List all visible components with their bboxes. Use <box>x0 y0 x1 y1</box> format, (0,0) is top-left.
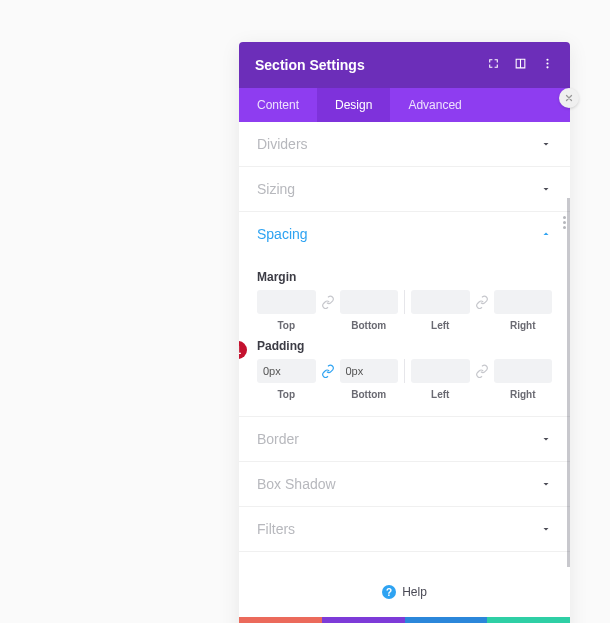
margin-right-input[interactable] <box>494 290 553 314</box>
margin-right-label: Right <box>510 320 536 331</box>
section-boxshadow-label: Box Shadow <box>257 476 336 492</box>
svg-point-0 <box>546 59 548 61</box>
padding-top-label: Top <box>277 389 295 400</box>
chevron-down-icon <box>540 183 552 195</box>
cancel-button[interactable] <box>239 617 322 623</box>
margin-top-label: Top <box>277 320 295 331</box>
help-label: Help <box>402 585 427 599</box>
section-transform-label: Transform <box>257 566 320 567</box>
section-border-label: Border <box>257 431 299 447</box>
margin-left-input[interactable] <box>411 290 470 314</box>
section-options-icon[interactable] <box>563 216 566 229</box>
padding-left-label: Left <box>431 389 449 400</box>
tab-advanced[interactable]: Advanced <box>390 88 479 122</box>
link-tb-margin-icon[interactable] <box>316 290 340 314</box>
svg-point-2 <box>546 66 548 68</box>
tab-content[interactable]: Content <box>239 88 317 122</box>
link-lr-margin-icon[interactable] <box>470 290 494 314</box>
padding-heading: Padding <box>257 339 552 353</box>
panel-layout-icon[interactable] <box>514 56 527 74</box>
tab-design[interactable]: Design <box>317 88 390 122</box>
section-spacing-label: Spacing <box>257 226 308 242</box>
spacing-controls: 1 Margin Top Bottom Left <box>239 256 570 417</box>
divider <box>404 359 405 383</box>
section-spacing[interactable]: Spacing <box>239 212 570 256</box>
section-dividers-label: Dividers <box>257 136 308 152</box>
save-button[interactable] <box>487 617 570 623</box>
section-boxshadow[interactable]: Box Shadow <box>239 462 570 507</box>
padding-top-input[interactable] <box>257 359 316 383</box>
redo-button[interactable] <box>405 617 488 623</box>
chevron-down-icon <box>540 138 552 150</box>
help-icon: ? <box>382 585 396 599</box>
chevron-down-icon <box>540 478 552 490</box>
padding-right-label: Right <box>510 389 536 400</box>
panel-header: Section Settings <box>239 42 570 88</box>
chevron-down-icon <box>540 433 552 445</box>
svg-point-1 <box>546 62 548 64</box>
help-link[interactable]: ? Help <box>239 567 570 617</box>
panel-title: Section Settings <box>255 57 365 73</box>
panel-body: Dividers Sizing Spacing 1 Margin <box>239 122 570 567</box>
chevron-down-icon <box>540 523 552 535</box>
section-filters-label: Filters <box>257 521 295 537</box>
link-tb-padding-icon[interactable] <box>316 359 340 383</box>
scrollbar[interactable] <box>567 198 570 567</box>
close-icon[interactable] <box>559 88 579 108</box>
margin-bottom-input[interactable] <box>340 290 399 314</box>
section-sizing[interactable]: Sizing <box>239 167 570 212</box>
undo-button[interactable] <box>322 617 405 623</box>
header-actions <box>487 56 554 74</box>
margin-heading: Margin <box>257 270 552 284</box>
chevron-up-icon <box>540 228 552 240</box>
callout-badge-1: 1 <box>239 341 247 359</box>
margin-top-input[interactable] <box>257 290 316 314</box>
padding-inputs: Top Bottom Left <box>257 359 552 400</box>
link-lr-padding-icon[interactable] <box>470 359 494 383</box>
tab-bar: Content Design Advanced <box>239 88 570 122</box>
section-dividers[interactable]: Dividers <box>239 122 570 167</box>
section-filters[interactable]: Filters <box>239 507 570 552</box>
margin-bottom-label: Bottom <box>351 320 386 331</box>
section-border[interactable]: Border <box>239 417 570 462</box>
padding-bottom-input[interactable] <box>340 359 399 383</box>
panel-footer <box>239 617 570 623</box>
padding-left-input[interactable] <box>411 359 470 383</box>
section-transform[interactable]: Transform <box>239 552 570 567</box>
padding-right-input[interactable] <box>494 359 553 383</box>
margin-inputs: Top Bottom Left <box>257 290 552 331</box>
divider <box>404 290 405 314</box>
padding-bottom-label: Bottom <box>351 389 386 400</box>
more-vertical-icon[interactable] <box>541 56 554 74</box>
settings-panel: Section Settings Content Design Advanced… <box>239 42 570 623</box>
margin-left-label: Left <box>431 320 449 331</box>
expand-icon[interactable] <box>487 56 500 74</box>
section-sizing-label: Sizing <box>257 181 295 197</box>
section-spacing-wrap: Spacing <box>239 212 570 256</box>
